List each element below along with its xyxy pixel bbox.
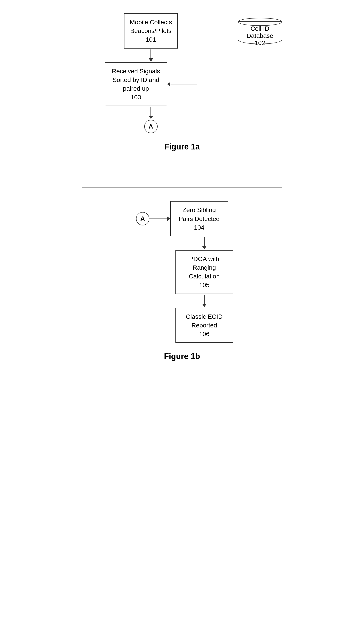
box-106: Classic ECID Reported 106 <box>175 308 233 343</box>
db-stripe <box>238 21 282 25</box>
box-105-line3: Calculation <box>189 273 220 280</box>
connector-a-fig1a: A <box>144 120 158 133</box>
connector-arrow-row: A Zero Sibling Pairs Detected 104 <box>136 201 228 236</box>
box-103: Received Signals Sorted by ID and paired… <box>105 62 167 106</box>
figure-1a-section: Mobile Collects Beacons/Pilots 101 Recei… <box>82 13 282 165</box>
db-102-line2: Database <box>247 32 273 39</box>
box-105-line2: Ranging <box>193 264 216 271</box>
box-103-id: 103 <box>131 94 141 101</box>
db-102: Cell ID Database 102 <box>238 18 282 53</box>
section-separator <box>82 187 282 188</box>
arrow-104-to-105 <box>202 237 207 249</box>
arrow-105-to-106 <box>202 295 207 307</box>
sorted-row: Received Signals Sorted by ID and paired… <box>82 62 220 106</box>
arrow-line <box>204 295 205 304</box>
box-106-line2: Reported <box>192 322 217 329</box>
box-103-line2: Sorted by ID and <box>112 76 159 83</box>
arrow-db-to-103 <box>167 82 197 86</box>
box-105-wrapper: PDOA with Ranging Calculation 105 <box>175 250 233 294</box>
arrow-a-to-104 <box>149 217 170 221</box>
box-101-id: 101 <box>146 36 156 43</box>
arrow-head <box>167 217 170 221</box>
figure-1a-title: Figure 1a <box>164 142 200 151</box>
box-106-wrapper: Classic ECID Reported 106 <box>175 308 233 343</box>
box-103-line3: paired up <box>123 85 149 92</box>
fig1a-right-column: Cell ID Database 102 <box>238 18 282 53</box>
horiz-arrow <box>167 82 197 86</box>
arrow-line <box>204 237 205 246</box>
figure-1b-section: A Zero Sibling Pairs Detected 104 <box>82 201 282 374</box>
db-102-line1: Cell ID <box>250 25 269 32</box>
box-104-line2: Pairs Detected <box>179 215 220 222</box>
figure-1b-title: Figure 1b <box>164 352 200 361</box>
arrow-head <box>202 246 207 249</box>
arrow-103-to-a <box>149 107 153 119</box>
db-top <box>238 18 282 26</box>
box-101-line1: Mobile Collects <box>130 19 172 26</box>
fig1b-main-column: A Zero Sibling Pairs Detected 104 <box>131 201 233 343</box>
connector-a-fig1b: A <box>136 212 149 225</box>
connector-a-fig1b-label: A <box>140 215 145 222</box>
sorted-left: Received Signals Sorted by ID and paired… <box>105 62 167 106</box>
fig1b-top-row: A Zero Sibling Pairs Detected 104 <box>131 201 233 236</box>
arrow-head-left <box>167 82 170 86</box>
box-105-line1: PDOA with <box>189 255 219 263</box>
box-105: PDOA with Ranging Calculation 105 <box>175 250 233 294</box>
box-106-line1: Classic ECID <box>186 313 223 320</box>
arrow-head <box>149 58 153 62</box>
arrow-line <box>149 219 167 219</box>
fig1a-top-row: Mobile Collects Beacons/Pilots 101 Recei… <box>82 13 282 133</box>
box-103-line1: Received Signals <box>112 68 160 75</box>
db-102-id: 102 <box>255 39 265 47</box>
arrow-line <box>151 107 151 116</box>
box-104-line1: Zero Sibling <box>182 207 216 213</box>
box-105-id: 105 <box>199 282 209 289</box>
arrow-line-horiz <box>170 84 197 84</box>
arrow-head <box>149 116 153 119</box>
box-101: Mobile Collects Beacons/Pilots 101 <box>124 13 178 49</box>
box-101-line2: Beacons/Pilots <box>130 27 171 34</box>
fig1a-left-column: Mobile Collects Beacons/Pilots 101 Recei… <box>82 13 220 133</box>
box-106-id: 106 <box>199 330 209 338</box>
arrow-line <box>151 50 151 58</box>
arrow-head <box>202 304 207 307</box>
connector-a-label: A <box>148 123 153 130</box>
arrow-101-to-103 <box>149 50 153 62</box>
box-104-id: 104 <box>194 224 204 231</box>
box-104: Zero Sibling Pairs Detected 104 <box>170 201 228 236</box>
